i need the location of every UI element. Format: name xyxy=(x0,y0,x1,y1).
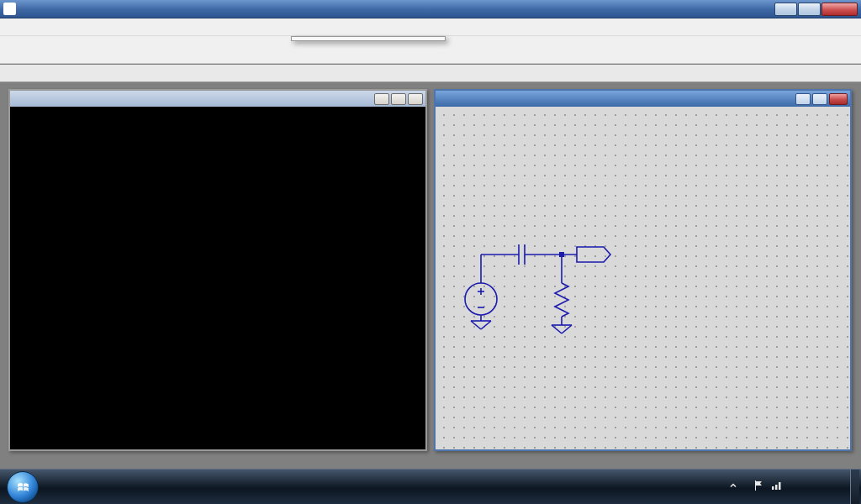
maximize-button[interactable] xyxy=(798,3,821,16)
schematic-canvas-area[interactable] xyxy=(436,107,850,449)
waveform-window xyxy=(8,89,427,451)
schematic-window xyxy=(434,89,852,451)
show-desktop-button[interactable] xyxy=(850,470,859,504)
waveform-plot[interactable] xyxy=(10,107,425,449)
waveform-minimize-button[interactable] xyxy=(374,93,389,105)
system-tray xyxy=(728,470,861,504)
document-tabs xyxy=(0,65,861,82)
wire-junction xyxy=(559,252,564,257)
main-titlebar[interactable] xyxy=(0,0,861,18)
waveform-maximize-button[interactable] xyxy=(391,93,406,105)
out-port[interactable] xyxy=(577,247,610,262)
taskbar xyxy=(0,469,861,504)
mdi-area xyxy=(0,83,861,469)
resistor-r1[interactable] xyxy=(555,283,568,317)
ground-symbol xyxy=(471,321,481,329)
menu-bar xyxy=(0,18,861,36)
desktop xyxy=(0,0,861,504)
ground-symbol xyxy=(481,321,491,329)
schematic-window-titlebar[interactable] xyxy=(436,91,850,107)
hidden-icons-chevron[interactable] xyxy=(728,480,738,493)
schematic-minimize-button[interactable] xyxy=(795,93,811,105)
ground-symbol xyxy=(562,325,572,333)
minimize-button[interactable] xyxy=(774,3,797,16)
help-menu xyxy=(291,36,446,41)
ltspice-app-icon xyxy=(3,3,16,15)
schematic-maximize-button[interactable] xyxy=(812,93,827,105)
waveform-window-titlebar[interactable] xyxy=(10,91,425,107)
close-button[interactable] xyxy=(821,3,858,16)
waveform-plot-area[interactable] xyxy=(10,107,425,449)
ground-symbol xyxy=(552,325,562,333)
waveform-close-button[interactable] xyxy=(408,93,423,105)
network-status-icon[interactable] xyxy=(771,480,783,493)
schematic-canvas[interactable] xyxy=(436,107,850,449)
windows-flag-icon xyxy=(16,480,30,494)
voltage-source-v1[interactable] xyxy=(465,283,497,315)
schematic-close-button[interactable] xyxy=(829,93,848,105)
start-button[interactable] xyxy=(7,471,39,503)
action-center-flag-icon[interactable] xyxy=(753,480,763,494)
